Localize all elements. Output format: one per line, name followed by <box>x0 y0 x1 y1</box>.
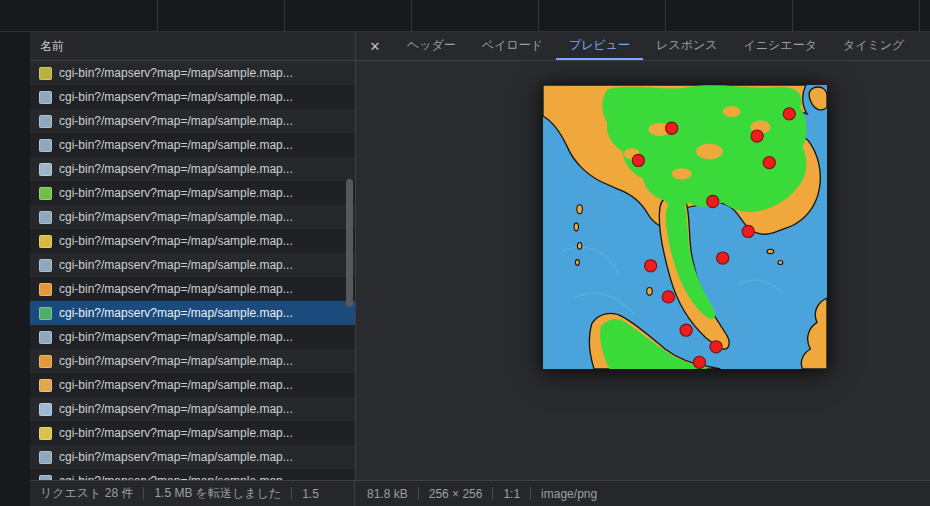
request-row[interactable]: cgi-bin?/mapserv?map=/map/sample.map... <box>30 325 355 349</box>
request-name: cgi-bin?/mapserv?map=/map/sample.map... <box>59 450 293 464</box>
status-item: 1.5 MB を転送しました <box>154 485 281 502</box>
map-point-marker <box>710 341 722 353</box>
request-name: cgi-bin?/mapserv?map=/map/sample.map... <box>59 354 293 368</box>
map-point-marker <box>763 157 775 169</box>
detail-tab[interactable]: タイミング <box>830 32 917 60</box>
status-divider <box>492 487 493 500</box>
request-row[interactable]: cgi-bin?/mapserv?map=/map/sample.map... <box>30 133 355 157</box>
request-row[interactable]: cgi-bin?/mapserv?map=/map/sample.map... <box>30 157 355 181</box>
map-preview-image <box>543 85 827 369</box>
request-name: cgi-bin?/mapserv?map=/map/sample.map... <box>59 282 293 296</box>
status-item: 81.8 kB <box>367 487 408 501</box>
status-divider <box>143 487 144 500</box>
image-thumbnail-icon <box>39 331 52 344</box>
request-name: cgi-bin?/mapserv?map=/map/sample.map... <box>59 258 293 272</box>
request-name: cgi-bin?/mapserv?map=/map/sample.map... <box>59 234 293 248</box>
request-name: cgi-bin?/mapserv?map=/map/sample.map... <box>59 138 293 152</box>
map-point-marker <box>666 122 678 134</box>
image-thumbnail-icon <box>39 235 52 248</box>
request-row[interactable]: cgi-bin?/mapserv?map=/map/sample.map... <box>30 301 355 325</box>
preview-pane <box>356 61 930 480</box>
status-right: 81.8 kB256 × 2561:1image/png <box>355 487 930 501</box>
status-bar: リクエスト 28 件1.5 MB を転送しました1.5 81.8 kB256 ×… <box>30 480 930 506</box>
request-row[interactable]: cgi-bin?/mapserv?map=/map/sample.map... <box>30 229 355 253</box>
status-item: リクエスト 28 件 <box>40 485 133 502</box>
tab-strip: ヘッダーペイロードプレビューレスポンスイニシエータタイミング <box>394 32 917 60</box>
map-point-marker <box>693 356 705 368</box>
image-thumbnail-icon <box>39 403 52 416</box>
request-name: cgi-bin?/mapserv?map=/map/sample.map... <box>59 66 293 80</box>
request-list-wrap: cgi-bin?/mapserv?map=/map/sample.map...c… <box>30 61 355 480</box>
status-divider <box>291 487 292 500</box>
request-name: cgi-bin?/mapserv?map=/map/sample.map... <box>59 330 293 344</box>
close-icon[interactable]: ✕ <box>356 32 394 60</box>
status-item: image/png <box>541 487 597 501</box>
image-thumbnail-icon <box>39 379 52 392</box>
image-thumbnail-icon <box>39 91 52 104</box>
request-row[interactable]: cgi-bin?/mapserv?map=/map/sample.map... <box>30 253 355 277</box>
network-overview-strip[interactable] <box>0 0 930 32</box>
request-name: cgi-bin?/mapserv?map=/map/sample.map... <box>59 114 293 128</box>
detail-tab[interactable]: イニシエータ <box>731 32 830 60</box>
request-name: cgi-bin?/mapserv?map=/map/sample.map... <box>59 162 293 176</box>
image-thumbnail-icon <box>39 307 52 320</box>
detail-tab[interactable]: ヘッダー <box>394 32 469 60</box>
request-row[interactable]: cgi-bin?/mapserv?map=/map/sample.map... <box>30 181 355 205</box>
detail-tab[interactable]: プレビュー <box>556 32 643 60</box>
status-divider <box>418 487 419 500</box>
name-column-header[interactable]: 名前 <box>30 32 355 61</box>
map-point-marker <box>662 291 674 303</box>
image-thumbnail-icon <box>39 427 52 440</box>
map-point-marker <box>680 324 692 336</box>
network-request-panel: 名前 cgi-bin?/mapserv?map=/map/sample.map.… <box>30 32 356 480</box>
detail-tab-bar: ✕ ヘッダーペイロードプレビューレスポンスイニシエータタイミング <box>356 32 930 61</box>
request-row[interactable]: cgi-bin?/mapserv?map=/map/sample.map... <box>30 205 355 229</box>
image-thumbnail-icon <box>39 67 52 80</box>
request-row[interactable]: cgi-bin?/mapserv?map=/map/sample.map... <box>30 373 355 397</box>
request-row[interactable]: cgi-bin?/mapserv?map=/map/sample.map... <box>30 349 355 373</box>
map-point-marker <box>751 130 763 142</box>
request-row[interactable]: cgi-bin?/mapserv?map=/map/sample.map... <box>30 85 355 109</box>
image-thumbnail-icon <box>39 139 52 152</box>
request-name: cgi-bin?/mapserv?map=/map/sample.map... <box>59 186 293 200</box>
detail-tab[interactable]: レスポンス <box>643 32 730 60</box>
status-item: 1:1 <box>503 487 520 501</box>
map-point-marker <box>717 252 729 264</box>
map-point-marker <box>707 195 719 207</box>
status-item: 256 × 256 <box>429 487 483 501</box>
status-divider <box>530 487 531 500</box>
request-name: cgi-bin?/mapserv?map=/map/sample.map... <box>59 402 293 416</box>
request-detail-panel: ✕ ヘッダーペイロードプレビューレスポンスイニシエータタイミング <box>356 32 930 480</box>
request-name: cgi-bin?/mapserv?map=/map/sample.map... <box>59 306 293 320</box>
request-row[interactable]: cgi-bin?/mapserv?map=/map/sample.map... <box>30 397 355 421</box>
status-left: リクエスト 28 件1.5 MB を転送しました1.5 <box>30 481 355 506</box>
image-thumbnail-icon <box>39 163 52 176</box>
image-thumbnail-icon <box>39 259 52 272</box>
image-thumbnail-icon <box>39 355 52 368</box>
request-name: cgi-bin?/mapserv?map=/map/sample.map... <box>59 426 293 440</box>
detail-tab[interactable]: ペイロード <box>469 32 556 60</box>
request-row[interactable]: cgi-bin?/mapserv?map=/map/sample.map... <box>30 61 355 85</box>
request-row[interactable]: cgi-bin?/mapserv?map=/map/sample.map... <box>30 445 355 469</box>
request-row[interactable]: cgi-bin?/mapserv?map=/map/sample.map... <box>30 421 355 445</box>
image-thumbnail-icon <box>39 283 52 296</box>
map-point-marker <box>645 260 657 272</box>
image-thumbnail-icon <box>39 187 52 200</box>
request-name: cgi-bin?/mapserv?map=/map/sample.map... <box>59 90 293 104</box>
image-thumbnail-icon <box>39 211 52 224</box>
left-gutter <box>0 32 30 506</box>
request-row[interactable]: cgi-bin?/mapserv?map=/map/sample.map... <box>30 469 355 480</box>
status-item: 1.5 <box>302 487 319 501</box>
image-thumbnail-icon <box>39 451 52 464</box>
request-name: cgi-bin?/mapserv?map=/map/sample.map... <box>59 210 293 224</box>
scrollbar-thumb[interactable] <box>346 179 353 307</box>
request-row[interactable]: cgi-bin?/mapserv?map=/map/sample.map... <box>30 277 355 301</box>
request-list: cgi-bin?/mapserv?map=/map/sample.map...c… <box>30 61 355 480</box>
image-thumbnail-icon <box>39 115 52 128</box>
map-point-marker <box>783 108 795 120</box>
map-point-marker <box>632 154 644 166</box>
request-row[interactable]: cgi-bin?/mapserv?map=/map/sample.map... <box>30 109 355 133</box>
request-name: cgi-bin?/mapserv?map=/map/sample.map... <box>59 378 293 392</box>
map-point-marker <box>742 225 754 237</box>
